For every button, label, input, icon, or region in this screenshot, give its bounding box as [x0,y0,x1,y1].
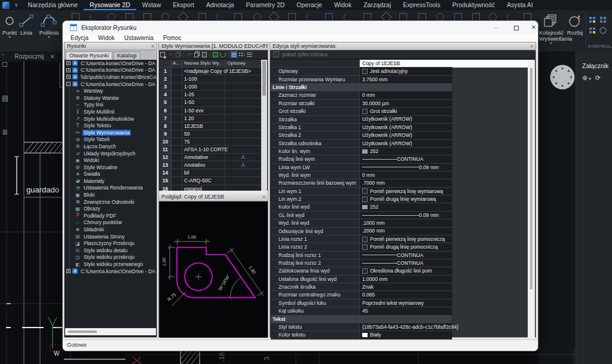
property-row[interactable]: Kolor linii wyd252 [271,203,452,211]
expand-icon[interactable]: + [66,61,71,65]
ribbon-icon[interactable] [126,13,133,21]
ribbon-icon[interactable] [507,13,515,21]
property-row[interactable]: Zaznacz rozmiar0 mm [271,91,452,99]
style-row[interactable]: 16espanol [160,185,268,191]
menubar-item[interactable]: Widok [328,0,357,10]
property-row[interactable]: Ustalona długość linii wyd1.0000 mm [271,276,452,283]
menubar-item[interactable]: Narzędzia główne [22,0,84,10]
menubar-item[interactable]: Zarządzaj [357,0,397,10]
property-checkbox[interactable] [362,69,368,74]
tree-item-layers[interactable]: ≡Warstwy [65,87,157,94]
ribbon-icon[interactable] [454,13,462,21]
dialog-menu-widok[interactable]: Widok [93,34,120,42]
show-differences-checkbox[interactable] [273,51,279,57]
property-row[interactable]: Symbol długości łukuPoprzedni tekst wymi… [271,299,452,307]
paste-icon[interactable] [201,51,209,59]
delete-icon[interactable]: × [167,51,175,59]
menubar-chevron-icon[interactable]: ∨ [14,2,19,8]
cut-icon[interactable]: ✄ [185,51,193,59]
property-row[interactable]: Strzałka odnośnikaUżytkownik (ARROW) [271,140,452,148]
property-row[interactable]: Linia wym LW0.09 mm [271,164,452,172]
view-tree-icon[interactable] [246,51,253,59]
style-row[interactable]: 81EJESB [160,123,268,130]
ribbon-icon[interactable] [472,13,480,21]
menubar-item[interactable]: Produktywność [446,0,501,10]
ribbon-icon[interactable] [524,13,531,21]
style-row[interactable]: 11AFSA 1-10 CORTE [160,146,268,154]
ribbon-icon[interactable] [72,13,79,21]
tab-open-drawings[interactable]: Otwarte Rysunki [66,51,112,60]
tree-item-components[interactable]: ❖Składniki [65,226,157,233]
tree-item-visual-styles[interactable]: ◍Style Wizualne [65,164,157,171]
tab-start[interactable]: Rozpocznij [15,53,44,60]
new-style-icon[interactable] [159,51,167,59]
tree-item-page-setups[interactable]: ▤Ustawienia Strony [65,233,157,240]
menubar-item[interactable]: Operacje [290,0,328,10]
tree-item-text-styles[interactable]: TStyle Tekstu [65,122,157,129]
tree-item-drawing[interactable]: +A\\dc\public\Adrian Koniec\BricsCAI [65,74,157,81]
ribbon-icon[interactable] [363,13,371,21]
style-row[interactable]: 61-50 evv [160,107,268,115]
style-row[interactable]: 1075 [160,138,268,146]
ribbon-icon[interactable] [108,13,115,21]
ribbon-tool-explode[interactable]: Rozbij [565,12,585,36]
property-row[interactable]: Rozmiar strzałki30.0000 µm [271,100,452,108]
menubar-item[interactable]: Asysta AI [501,0,539,10]
property-row[interactable]: Lin wym 1Pomiń pierwszą linię wymiarową [271,188,452,195]
style-row[interactable]: 950 [160,130,268,138]
tree-item-drawing[interactable]: +AC:\Users\a.koniec\OneDrive - DA [65,60,157,67]
refresh-icon[interactable]: ⟳ [595,74,602,81]
tree-item-xrefs[interactable]: ⊠Zewnętrzne Odnośniki [65,198,157,206]
menubar-item[interactable]: Parametry 2D [240,0,291,10]
property-row[interactable]: Wyd. linii wym0 mm [271,172,452,179]
tree-item-multiline-styles[interactable]: ∥Style Multilinii [65,108,157,115]
purge-icon[interactable] [212,51,219,59]
style-row[interactable]: 13Anotativo人 [160,161,268,169]
tree-item-multileader-styles[interactable]: ↗Style Multiodnośników [65,115,157,123]
tree-item-data-links[interactable]: ⊞Łącza Danych [65,143,157,150]
style-row[interactable]: 1<nadpisuje Copy of 1EJESB> [160,68,268,75]
property-checkbox[interactable] [362,237,368,242]
property-row[interactable]: Rozmiar przerwania Wymiaru3.7500 mm [271,76,452,84]
tree-item-broken-view-styles[interactable]: ◧Style widoku przerwanego [65,261,157,268]
dialog-menu-edycja[interactable]: Edycja [66,34,93,42]
tree-item-ucs[interactable]: ⊿Układy Współrzędnych [65,150,157,157]
panel-close-icon[interactable]: ✕ [530,42,534,50]
maximize-button[interactable] [507,21,525,34]
palette-layers-icon[interactable]: ≣ [2,128,13,162]
minimize-button[interactable] [487,21,505,34]
ribbon-tool-linia[interactable]: Linia [18,12,35,36]
ribbon-icon[interactable] [143,13,151,21]
style-row[interactable]: 51-50 [160,99,268,106]
property-row[interactable]: Strzałka 2Użytkownik (ARROW) [271,131,452,139]
style-row[interactable]: 12Annotative人 [160,154,268,161]
ribbon-icon[interactable] [90,13,97,21]
view-details-icon[interactable] [238,51,246,59]
ribbon-icon[interactable] [216,13,224,21]
property-row[interactable]: Rodzaj linii rozsz 1CONTINUA [271,252,452,259]
style-row[interactable]: 14bil [160,169,268,177]
menubar-item[interactable]: Rysowanie 2D [84,0,136,10]
property-checkbox[interactable] [362,268,368,274]
property-row[interactable]: Rozmieszczenie linii bazowej wym.7000 mm [271,179,452,187]
ribbon-tool-polilinia[interactable]: Polilinia▾ [37,12,61,39]
style-row[interactable]: 71 20 [160,115,268,123]
panel-close-icon[interactable]: ✕ [262,193,266,201]
tab-overflow-icon[interactable]: " [2,53,4,60]
refresh-icon[interactable] [219,51,227,59]
ribbon-tool-punkt[interactable]: Punkt▾ [1,12,18,39]
tree-item-drawing[interactable]: -AC:\Users\a.koniec\OneDrive - DA [65,81,157,88]
ribbon-icon[interactable] [344,13,351,21]
tree-item-linetypes[interactable]: ┄Typy linii [65,102,157,109]
tree-item-render-settings[interactable]: ◔Ustawienia Renderowania [65,185,157,192]
property-checkbox[interactable] [362,109,368,114]
panel-close-icon[interactable]: ✕ [151,42,155,50]
tab-start-close-icon[interactable]: ✕ [50,53,54,60]
property-row[interactable]: Odsunięcie linii wyd.2000 mm [271,228,452,235]
property-row[interactable]: Strzałka 1Użytkownik (ARROW) [271,124,452,131]
property-row[interactable]: GL linii wyd0.09 mm [271,212,452,219]
property-row[interactable]: Kolor tekstuBiały [271,331,452,339]
tree-item-table-styles[interactable]: ⊞Style Tabeli [65,136,157,143]
expand-icon[interactable]: + [66,68,71,72]
properties-vscrollbar[interactable] [528,60,535,338]
